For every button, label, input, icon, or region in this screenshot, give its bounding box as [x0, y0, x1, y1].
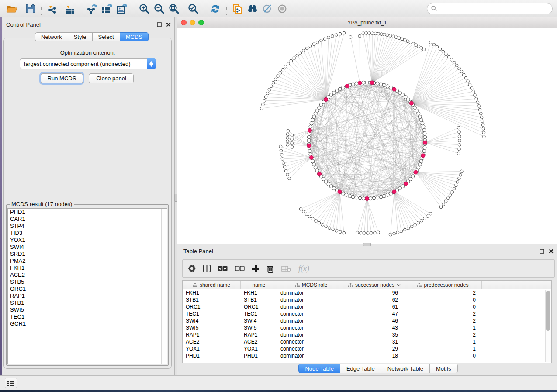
search-input[interactable] [437, 6, 548, 12]
mcds-result-list[interactable]: PHD1CAR1STP4TID3YOX1SWI4SRD1PMA2FKH1ACE2… [7, 208, 167, 364]
delete-row-button[interactable] [267, 265, 274, 273]
search-box[interactable] [427, 3, 553, 14]
network-window-titlebar[interactable]: YPA_prune.txt_1 [177, 17, 557, 28]
table-panel-title: Table Panel [183, 248, 213, 254]
tab-network[interactable]: Network [35, 32, 68, 41]
import-network-button[interactable] [45, 2, 60, 16]
tab-network-table[interactable]: Network Table [381, 364, 430, 373]
float-table-panel-icon[interactable] [539, 248, 545, 254]
show-visual-props-button[interactable] [275, 2, 290, 16]
deselect-all-button[interactable] [235, 266, 245, 272]
list-item[interactable]: SRD1 [8, 251, 167, 258]
export-network-button[interactable] [85, 2, 100, 16]
show-task-history-button[interactable] [5, 378, 17, 388]
table-row[interactable]: FKH1FKH1dominator962 [183, 289, 551, 296]
table-row[interactable]: ACE2ACE2connector311 [183, 338, 551, 345]
list-item[interactable]: TID3 [8, 230, 167, 237]
column-header[interactable]: MCDS role [277, 281, 345, 289]
table-cell: 96 [345, 289, 404, 296]
save-session-button[interactable] [23, 2, 38, 16]
tab-edge-table[interactable]: Edge Table [340, 364, 381, 373]
list-item[interactable]: ORC1 [8, 285, 167, 292]
table-row[interactable]: ORC1ORC1dominator610 [183, 303, 551, 310]
run-mcds-button[interactable]: Run MCDS [41, 73, 83, 83]
list-item[interactable]: YOX1 [8, 237, 167, 244]
list-item[interactable]: STP4 [8, 223, 167, 230]
clone-network-icon [232, 3, 243, 14]
table-toolbar: f(x) [182, 259, 555, 278]
table-row[interactable]: YOX1YOX1connector291 [183, 345, 551, 352]
column-type-icon [295, 283, 300, 287]
show-columns-button[interactable] [203, 265, 211, 272]
list-item[interactable]: PMA2 [8, 258, 167, 265]
deselect-all-icon [235, 266, 245, 272]
open-file-button[interactable] [4, 2, 19, 16]
close-panel-icon[interactable] [166, 22, 171, 28]
list-item[interactable]: CAR1 [8, 216, 167, 223]
close-panel-button[interactable]: Close panel [89, 73, 134, 83]
table-row[interactable]: TEC1TEC1connector472 [183, 310, 551, 317]
table-row[interactable]: PHD1PHD1dominator180 [183, 352, 551, 359]
function-builder-button[interactable]: f(x) [298, 264, 309, 273]
table-cell: 62 [345, 296, 404, 303]
tab-motifs[interactable]: Motifs [430, 364, 458, 373]
table-cell: 0 [404, 352, 482, 359]
list-item[interactable]: SWI4 [8, 244, 167, 251]
criterion-select[interactable]: largest connected component (undirected) [20, 58, 156, 69]
list-item[interactable]: PHD1 [8, 209, 167, 216]
column-header[interactable]: successor nodes [345, 281, 404, 289]
table-settings-button[interactable] [188, 265, 196, 272]
clone-network-button[interactable] [230, 2, 245, 16]
import-table-button[interactable] [62, 2, 77, 16]
float-panel-icon[interactable] [156, 22, 162, 28]
tab-style[interactable]: Style [68, 32, 93, 41]
network-graph[interactable] [177, 28, 557, 244]
table-row[interactable]: SWI5SWI5connector431 [183, 324, 551, 331]
table-cell: 0 [404, 303, 482, 310]
node-table[interactable]: shared namenameMCDS rolesuccessor nodesp… [182, 280, 552, 363]
list-item[interactable]: TEC1 [8, 313, 167, 320]
table-row[interactable]: RAP1RAP1dominator352 [183, 331, 551, 338]
horizontal-splitter-handle[interactable] [363, 243, 371, 246]
zoom-selected-button[interactable] [186, 2, 201, 16]
column-header[interactable]: name [241, 281, 277, 289]
zoom-out-button[interactable] [152, 2, 166, 16]
table-cell: dominator [277, 331, 345, 338]
zoom-fit-button[interactable] [166, 2, 181, 16]
tab-node-table[interactable]: Node Table [298, 364, 340, 373]
table-cell: ACE2 [183, 338, 241, 345]
table-row[interactable]: STB1STB1dominator620 [183, 296, 551, 303]
table-cell: dominator [277, 296, 345, 303]
toolbar-separator [204, 3, 204, 15]
list-item[interactable]: SWI5 [8, 306, 167, 313]
export-table-button[interactable] [100, 2, 114, 16]
table-scrollbar-thumb[interactable] [546, 291, 550, 331]
mcds-list-scrollbar[interactable] [161, 209, 167, 364]
list-item[interactable]: STB5 [8, 279, 167, 285]
optimization-criterion-label: Optimization criterion: [3, 49, 172, 56]
list-item[interactable]: RAP1 [8, 292, 167, 299]
column-header[interactable]: predecessor nodes [404, 281, 482, 289]
table-header-row: shared namenameMCDS rolesuccessor nodesp… [183, 281, 551, 289]
select-all-button[interactable] [218, 266, 228, 272]
find-button[interactable] [245, 2, 260, 16]
list-item[interactable]: FKH1 [8, 265, 167, 272]
refresh-layout-button[interactable] [208, 2, 223, 16]
add-row-button[interactable] [252, 265, 259, 272]
save-floppy-icon [26, 4, 35, 13]
zoom-in-button[interactable] [137, 2, 152, 16]
hide-visual-props-button[interactable] [260, 2, 275, 16]
export-image-button[interactable] [114, 2, 129, 16]
table-cell: dominator [277, 352, 345, 359]
column-header[interactable]: shared name [183, 281, 241, 289]
list-item[interactable]: STB1 [8, 299, 167, 306]
network-canvas[interactable] [177, 28, 557, 244]
tab-mcds[interactable]: MCDS [120, 32, 149, 41]
tab-select[interactable]: Select [93, 32, 120, 41]
table-row[interactable]: SWI4SWI4dominator462 [183, 317, 551, 324]
close-table-panel-icon[interactable] [548, 248, 554, 254]
eye-icon [277, 4, 288, 13]
destroy-table-button[interactable] [281, 265, 291, 272]
list-item[interactable]: GCR1 [8, 320, 167, 327]
list-item[interactable]: ACE2 [8, 272, 167, 279]
